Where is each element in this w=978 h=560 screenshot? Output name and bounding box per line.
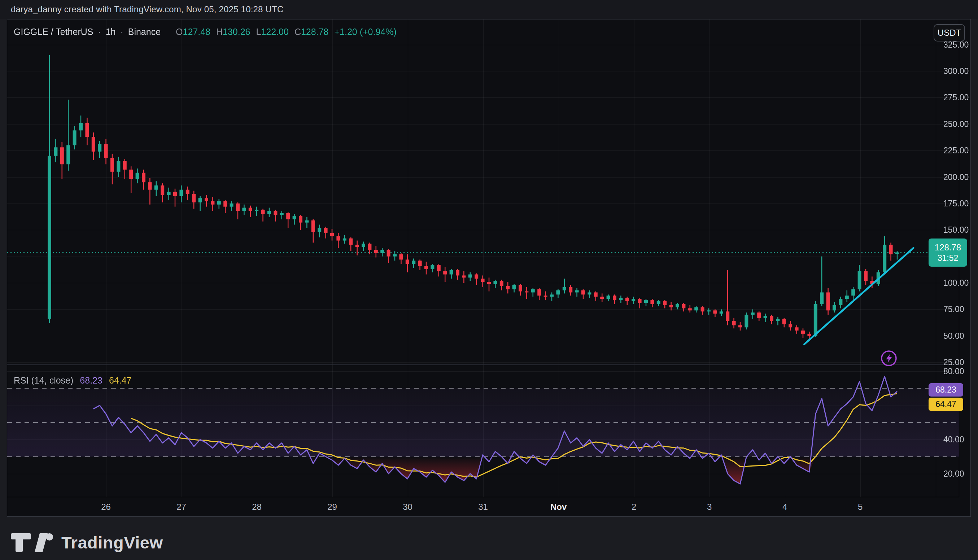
price-scale-label: 225.00 (943, 146, 978, 155)
price-scale-label: 175.00 (943, 198, 978, 208)
exchange-label[interactable]: Binance (128, 27, 161, 37)
rsi-value-badge: 68.23 (928, 383, 963, 397)
price-scale-label: 75.00 (943, 305, 978, 314)
time-scale-label: 26 (101, 502, 111, 512)
lightning-icon[interactable] (880, 350, 898, 368)
tradingview-logo-text: TradingView (62, 533, 163, 552)
tradingview-snapshot: { "attribution": "darya_danny created wi… (0, 0, 978, 560)
close-value: 128.78 (301, 27, 328, 37)
price-scale-label: 300.00 (943, 67, 978, 76)
rsi-ma-value: 64.47 (109, 375, 132, 385)
time-scale-label: Nov (550, 502, 566, 512)
price-scale-label: 200.00 (943, 172, 978, 182)
time-scale-label: 28 (252, 502, 262, 512)
time-scale-label: 2 (631, 502, 636, 512)
chart-widget: GIGGLE / TetherUS · 1h · BinanceO127.48H… (7, 19, 971, 517)
rsi-scale-label: 20.00 (943, 469, 978, 478)
interval-label[interactable]: 1h (106, 27, 116, 37)
high-letter: H (216, 27, 223, 37)
time-scale-label: 3 (707, 502, 711, 512)
footer: TradingView (0, 536, 978, 560)
rsi-scale-label: 80.00 (943, 367, 978, 376)
rsi-ma-badge: 64.47 (928, 398, 963, 411)
rsi-scale-label: 40.00 (943, 435, 978, 445)
time-scale-label: 27 (177, 502, 186, 512)
tradingview-logo[interactable]: TradingView (11, 533, 163, 552)
time-scale-label: 31 (478, 502, 488, 512)
price-scale-label: 100.00 (943, 278, 978, 288)
high-value: 130.26 (223, 27, 250, 37)
price-scale-label: 50.00 (943, 331, 978, 341)
current-price-label: 128.78 31:52 (928, 238, 967, 267)
open-letter: O (176, 27, 183, 37)
attribution-bar: darya_danny created with TradingView.com… (0, 0, 978, 19)
separator-dot: · (116, 27, 128, 37)
symbol-info-row: GIGGLE / TetherUS · 1h · BinanceO127.48H… (14, 27, 397, 37)
tradingview-logo-mark (11, 533, 55, 552)
rsi-title[interactable]: RSI (14, close) (14, 375, 73, 385)
chart-canvas[interactable] (7, 20, 959, 497)
currency-toggle-button[interactable]: USDT (934, 24, 965, 42)
attribution-text: darya_danny created with TradingView.com… (11, 4, 283, 15)
close-letter: C (295, 27, 301, 37)
symbol-title[interactable]: GIGGLE / TetherUS (14, 27, 93, 37)
price-scale-label: 250.00 (943, 119, 978, 129)
rsi-value: 68.23 (80, 375, 102, 385)
change-value: +1.20 (+0.94%) (334, 27, 396, 37)
time-scale-label: 4 (782, 502, 787, 512)
separator-dot: · (93, 27, 105, 37)
low-letter: L (256, 27, 261, 37)
rsi-indicator-header[interactable]: RSI (14, close)68.2364.47 (14, 375, 132, 386)
current-price-value: 128.78 (928, 242, 967, 253)
price-scale-label: 275.00 (943, 93, 978, 102)
low-value: 122.00 (261, 27, 288, 37)
time-axis[interactable]: 262728293031Nov2345 (7, 498, 959, 516)
time-scale-label: 5 (858, 502, 863, 512)
open-value: 127.48 (183, 27, 210, 37)
bar-countdown: 31:52 (928, 253, 967, 263)
price-scale-label: 150.00 (943, 225, 978, 235)
time-scale-label: 30 (403, 502, 413, 512)
time-scale-label: 29 (327, 502, 337, 512)
price-scale-label: 25.00 (943, 358, 978, 367)
